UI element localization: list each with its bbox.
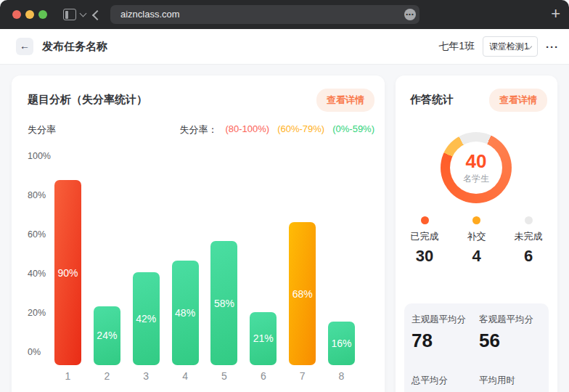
average-cell: 主观题平均分78 xyxy=(412,314,479,366)
task-select-value: 课堂检测1 xyxy=(489,41,529,52)
average-value: 78 xyxy=(412,330,479,352)
legend-item: (0%-59%) xyxy=(332,123,374,135)
donut-chart: 40 名学生 xyxy=(441,132,512,203)
legend-item: (60%-79%) xyxy=(277,123,324,135)
x-axis-label: 8 xyxy=(328,370,355,382)
sidebar-toggle-icon[interactable] xyxy=(63,9,76,20)
stat-dot-icon xyxy=(472,216,480,224)
new-tab-button[interactable]: + xyxy=(551,0,560,29)
x-axis-label: 5 xyxy=(210,370,237,382)
legend-item: (80-100%) xyxy=(225,123,269,135)
page-title: 发布任务名称 xyxy=(42,29,107,64)
average-label: 客观题平均分 xyxy=(479,314,549,326)
x-axis-label: 2 xyxy=(94,370,120,382)
url-bar[interactable]: aiznclass.com ••• xyxy=(110,5,419,24)
average-value: 56 xyxy=(479,330,549,352)
average-label: 总平均分 xyxy=(412,375,479,387)
question-detail-button[interactable]: 查看详情 xyxy=(316,89,374,112)
url-text: aiznclass.com xyxy=(120,9,180,20)
stat-补交: 补交4 xyxy=(457,216,497,266)
bar-question-8: 16% xyxy=(328,322,355,365)
bar-value-label: 90% xyxy=(57,267,78,279)
answer-card-title: 作答统计 xyxy=(410,93,454,107)
donut-center: 40 名学生 xyxy=(450,142,502,194)
completion-stats-row: 已完成30补交4未完成6 xyxy=(404,216,549,266)
browser-chrome: aiznclass.com ••• + xyxy=(0,0,569,29)
stat-label: 未完成 xyxy=(508,230,549,243)
bar-value-label: 58% xyxy=(214,298,234,309)
answer-detail-button[interactable]: 查看详情 xyxy=(489,89,547,112)
average-label: 平均用时 xyxy=(479,375,549,387)
average-cell: 客观题平均分56 xyxy=(479,314,549,366)
bar-question-3: 42% xyxy=(133,272,160,365)
class-name-label: 七年1班 xyxy=(438,40,475,53)
bar-question-1: 90% xyxy=(54,180,81,365)
legend-title: 失分率： xyxy=(179,123,217,135)
task-select-dropdown[interactable]: 课堂检测1 xyxy=(483,36,538,57)
legend-items: 失分率： (80-100%)(60%-79%)(0%-59%) xyxy=(179,123,374,135)
x-axis-label: 6 xyxy=(250,370,277,382)
header-right-group: 七年1班 课堂检测1 ··· xyxy=(438,29,559,64)
url-more-icon[interactable]: ••• xyxy=(404,9,416,20)
average-label: 主观题平均分 xyxy=(412,314,479,326)
x-axis-label: 7 xyxy=(289,370,316,382)
question-analysis-card: 题目分析（失分率统计） 查看详情 失分率 失分率： (80-100%)(60%-… xyxy=(12,75,385,392)
traffic-light-maximize-button[interactable] xyxy=(38,10,47,19)
back-button[interactable]: ← xyxy=(16,38,33,55)
bar-value-label: 48% xyxy=(175,307,195,319)
stat-已完成: 已完成30 xyxy=(404,216,445,266)
bar-value-label: 16% xyxy=(332,338,352,349)
bar-question-6: 21% xyxy=(250,312,277,365)
y-axis-title: 失分率 xyxy=(28,123,56,135)
traffic-light-close-button[interactable] xyxy=(12,10,21,19)
bar-value-label: 42% xyxy=(136,313,156,324)
student-count-label: 名学生 xyxy=(463,173,489,185)
x-axis-label: 4 xyxy=(172,370,199,382)
bar-question-4: 48% xyxy=(172,261,199,365)
x-axis-label: 1 xyxy=(54,370,81,382)
y-axis-tick: 100% xyxy=(28,150,60,163)
bar-value-label: 24% xyxy=(97,330,117,341)
stat-value: 6 xyxy=(508,247,549,266)
stat-value: 4 xyxy=(457,247,497,266)
more-actions-button[interactable]: ··· xyxy=(546,41,559,53)
average-cell: 平均用时3′45″ xyxy=(479,375,549,392)
bar-value-label: 68% xyxy=(292,288,313,300)
x-axis-label: 3 xyxy=(133,370,160,382)
traffic-light-minimize-button[interactable] xyxy=(25,10,34,19)
back-chevron-icon[interactable] xyxy=(92,10,102,20)
stat-label: 补交 xyxy=(457,230,497,243)
answer-stats-card: 作答统计 查看详情 40 名学生 已完成30补交4未完成6 主观题平均分78客观… xyxy=(396,75,557,392)
page-header: ← 发布任务名称 七年1班 课堂检测1 ··· xyxy=(0,29,569,64)
bar-question-7: 68% xyxy=(289,222,316,365)
stat-dot-icon xyxy=(421,216,429,224)
stat-value: 30 xyxy=(404,247,445,266)
bar-value-label: 21% xyxy=(253,332,274,344)
stat-label: 已完成 xyxy=(404,230,445,243)
student-count-value: 40 xyxy=(466,151,487,171)
question-card-title: 题目分析（失分率统计） xyxy=(28,93,147,107)
chevron-down-icon[interactable] xyxy=(80,10,87,17)
bar-question-2: 24% xyxy=(94,306,120,365)
average-cell: 总平均分72 xyxy=(412,375,479,392)
bar-question-5: 58% xyxy=(210,241,237,365)
averages-box: 主观题平均分78客观题平均分56总平均分72平均用时3′45″ xyxy=(404,303,549,392)
stat-未完成: 未完成6 xyxy=(508,216,549,266)
stat-dot-icon xyxy=(525,216,533,224)
chart-legend-row: 失分率 失分率： (80-100%)(60%-79%)(0%-59%) xyxy=(28,123,374,135)
